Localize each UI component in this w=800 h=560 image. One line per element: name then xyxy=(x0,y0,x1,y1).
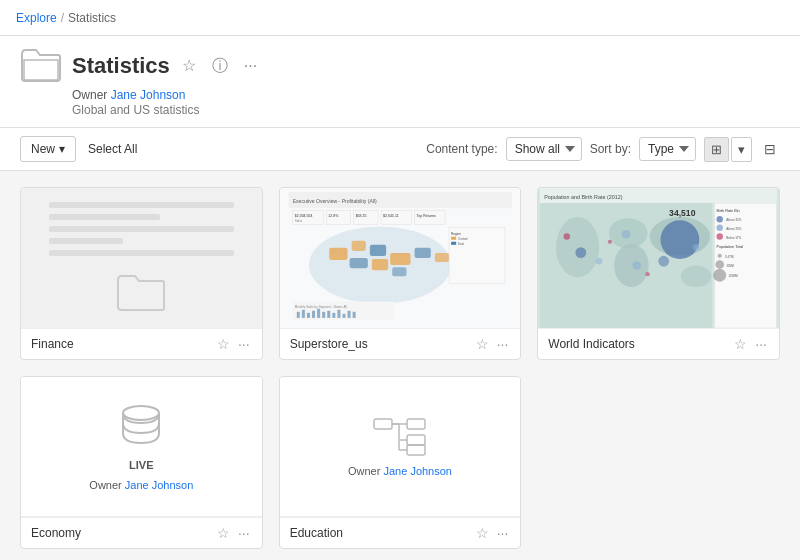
content-type-select[interactable]: Show all xyxy=(506,137,582,161)
owner-link[interactable]: Jane Johnson xyxy=(111,88,186,102)
education-owner-link[interactable]: Jane Johnson xyxy=(383,465,452,477)
favorite-education-button[interactable]: ☆ xyxy=(474,524,491,542)
economy-owner-link[interactable]: Jane Johnson xyxy=(125,479,194,491)
svg-text:Central: Central xyxy=(458,237,467,241)
svg-rect-83 xyxy=(407,445,425,455)
education-owner-info: Owner Jane Johnson xyxy=(348,465,452,477)
svg-point-51 xyxy=(661,220,700,259)
more-options-icon[interactable]: ··· xyxy=(240,56,261,76)
info-icon[interactable]: ⓘ xyxy=(208,56,232,76)
items-grid: Finance ☆ ··· Executive Overview - Profi… xyxy=(20,187,780,549)
svg-point-77 xyxy=(123,406,159,420)
grid-view-button-2[interactable]: ▾ xyxy=(731,137,752,162)
select-all-button[interactable]: Select All xyxy=(88,142,137,156)
economy-owner-label: Owner xyxy=(89,479,124,491)
page-title: Statistics xyxy=(72,53,170,79)
owner-label: Owner xyxy=(72,88,107,102)
svg-rect-42 xyxy=(352,312,355,318)
view-toggle: ⊞ ▾ xyxy=(704,137,752,162)
economy-owner-info: Owner Jane Johnson xyxy=(89,479,193,491)
svg-point-67 xyxy=(717,233,723,239)
sort-select[interactable]: Type xyxy=(639,137,696,161)
grid-view-button[interactable]: ⊞ xyxy=(704,137,729,162)
more-education-button[interactable]: ··· xyxy=(495,524,511,542)
card-superstore[interactable]: Executive Overview - Profitability (All)… xyxy=(279,187,522,360)
more-finance-button[interactable]: ··· xyxy=(236,335,252,353)
card-name-economy: Economy xyxy=(31,526,215,540)
svg-point-57 xyxy=(693,244,699,250)
svg-rect-20 xyxy=(349,258,367,268)
svg-text:Executive Overview - Profitabi: Executive Overview - Profitability (All) xyxy=(292,198,376,204)
card-thumb-economy: LIVE Owner Jane Johnson xyxy=(21,377,262,517)
svg-text:12.8%: 12.8% xyxy=(328,214,339,218)
svg-point-72 xyxy=(716,260,725,269)
card-thumb-superstore: Executive Overview - Profitability (All)… xyxy=(280,188,521,328)
svg-point-60 xyxy=(646,272,650,276)
folder-icon xyxy=(20,48,62,84)
svg-point-55 xyxy=(633,261,642,270)
svg-rect-32 xyxy=(301,310,304,318)
card-economy[interactable]: LIVE Owner Jane Johnson Economy ☆ ··· xyxy=(20,376,263,549)
svg-rect-34 xyxy=(312,311,315,318)
finance-line-2 xyxy=(49,214,160,220)
svg-rect-17 xyxy=(390,253,410,265)
svg-point-53 xyxy=(622,230,631,239)
svg-text:0.47M: 0.47M xyxy=(725,255,734,259)
more-superstore-button[interactable]: ··· xyxy=(495,335,511,353)
card-footer-finance: Finance ☆ ··· xyxy=(21,328,262,359)
content-type-label: Content type: xyxy=(426,142,497,156)
breadcrumb-current: Statistics xyxy=(68,11,116,25)
card-actions-economy: ☆ ··· xyxy=(215,524,252,542)
svg-text:Top Returns: Top Returns xyxy=(416,214,435,218)
toolbar: New ▾ Select All Content type: Show all … xyxy=(0,128,800,171)
svg-point-63 xyxy=(717,216,723,222)
subtitle: Global and US statistics xyxy=(72,103,780,117)
favorite-finance-button[interactable]: ☆ xyxy=(215,335,232,353)
finance-line-1 xyxy=(49,202,234,208)
svg-rect-39 xyxy=(337,310,340,318)
svg-rect-36 xyxy=(322,312,325,318)
filter-button[interactable]: ⊟ xyxy=(760,137,780,161)
svg-rect-37 xyxy=(327,311,330,318)
favorite-superstore-button[interactable]: ☆ xyxy=(474,335,491,353)
svg-rect-22 xyxy=(392,267,406,276)
more-world-button[interactable]: ··· xyxy=(753,335,769,353)
svg-point-70 xyxy=(718,254,722,258)
breadcrumb-explore[interactable]: Explore xyxy=(16,11,57,25)
svg-rect-38 xyxy=(332,313,335,318)
finance-folder-icon xyxy=(116,272,166,314)
favorite-world-button[interactable]: ☆ xyxy=(732,335,749,353)
card-finance[interactable]: Finance ☆ ··· xyxy=(20,187,263,360)
finance-line-5 xyxy=(49,250,234,256)
svg-point-52 xyxy=(576,247,587,258)
card-world[interactable]: Population and Birth Rate (2012) xyxy=(537,187,780,360)
finance-line-4 xyxy=(49,238,123,244)
card-name-world: World Indicators xyxy=(548,337,732,351)
header-section: Statistics ☆ ⓘ ··· Owner Jane Johnson Gl… xyxy=(0,36,800,128)
svg-point-54 xyxy=(596,258,602,264)
svg-text:Monthly Sales by Segment - Sta: Monthly Sales by Segment - States: All xyxy=(294,305,347,309)
finance-line-3 xyxy=(49,226,234,232)
favorite-economy-button[interactable]: ☆ xyxy=(215,524,232,542)
svg-rect-27 xyxy=(451,242,456,245)
svg-point-65 xyxy=(717,225,723,231)
card-education[interactable]: Owner Jane Johnson Education ☆ ··· xyxy=(279,376,522,549)
sort-label: Sort by: xyxy=(590,142,631,156)
card-footer-superstore: Superstore_us ☆ ··· xyxy=(280,328,521,359)
db-svg-icon xyxy=(121,403,161,451)
card-thumb-world: Population and Birth Rate (2012) xyxy=(538,188,779,328)
card-actions-finance: ☆ ··· xyxy=(215,335,252,353)
svg-point-59 xyxy=(608,240,612,244)
svg-point-50 xyxy=(681,266,711,288)
more-economy-button[interactable]: ··· xyxy=(236,524,252,542)
new-button[interactable]: New ▾ xyxy=(20,136,76,162)
live-badge: LIVE xyxy=(129,459,153,471)
favorite-icon[interactable]: ☆ xyxy=(178,56,200,76)
svg-text:$2,645.11: $2,645.11 xyxy=(383,214,399,218)
svg-text:$2,004,924: $2,004,924 xyxy=(294,214,312,218)
svg-rect-15 xyxy=(351,241,365,251)
card-thumb-education: Owner Jane Johnson xyxy=(280,377,521,517)
svg-text:34,510: 34,510 xyxy=(669,208,696,218)
breadcrumb: Explore / Statistics xyxy=(16,11,116,25)
svg-text:Below 17%: Below 17% xyxy=(727,236,742,240)
